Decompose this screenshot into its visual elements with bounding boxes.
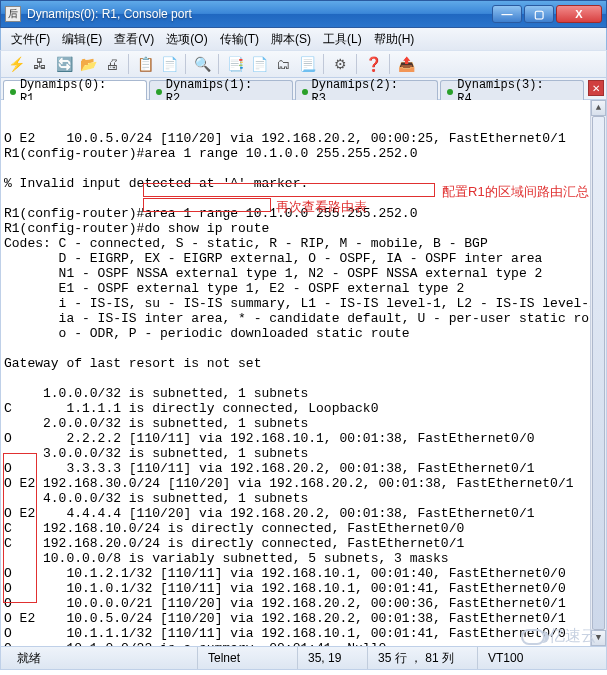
status-protocol: Telnet [197,647,297,669]
menu-tools[interactable]: 工具(L) [317,29,368,50]
terminal-output[interactable]: O E2 10.0.5.0/24 [110/20] via 192.168.20… [0,100,607,646]
toolbar-separator [185,54,186,74]
scroll-thumb[interactable] [592,116,605,630]
terminal-line: O E2 192.168.30.0/24 [110/20] via 192.16… [4,476,603,491]
tab-dynamips-0[interactable]: Dynamips(0): R1,… [3,80,147,100]
tab-close-button[interactable]: ✕ [588,80,604,96]
session-tab-bar: Dynamips(0): R1,… Dynamips(1): R2,… Dyna… [0,78,607,100]
terminal-line: ia - IS-IS inter area, * - candidate def… [4,311,603,326]
status-bar: 就绪 Telnet 35, 19 35 行 ， 81 列 VT100 [0,646,607,670]
xmodem-icon[interactable]: 📤 [395,53,417,75]
terminal-line: C 1.1.1.1 is directly connected, Loopbac… [4,401,603,416]
menu-view[interactable]: 查看(V) [108,29,160,50]
status-cursor: 35, 19 [297,647,367,669]
menu-bar: 文件(F) 编辑(E) 查看(V) 选项(O) 传输(T) 脚本(S) 工具(L… [0,28,607,50]
terminal-line: E1 - OSPF external type 1, E2 - OSPF ext… [4,281,603,296]
terminal-line: C 192.168.20.0/24 is directly connected,… [4,536,603,551]
global-options-icon[interactable]: 📄 [248,53,270,75]
vertical-scrollbar[interactable]: ▲ ▼ [590,100,606,646]
terminal-line: O E2 10.0.5.0/24 [110/20] via 192.168.20… [4,611,603,626]
help-icon[interactable]: ❓ [362,53,384,75]
log-icon[interactable]: 📃 [296,53,318,75]
terminal-line: O 10.1.1.1/32 [110/11] via 192.168.10.1,… [4,626,603,641]
maximize-button[interactable]: ▢ [524,5,554,23]
terminal-line: R1(config-router)#do show ip route [4,221,603,236]
status-dot-icon [10,89,16,95]
terminal-line: Codes: C - connected, S - static, R - RI… [4,236,603,251]
toolbar-separator [218,54,219,74]
scroll-up-button[interactable]: ▲ [591,100,606,116]
tab-dynamips-1[interactable]: Dynamips(1): R2,… [149,80,293,100]
status-term: VT100 [477,647,533,669]
terminal-line: o - ODR, P - periodic downloaded static … [4,326,603,341]
print-icon[interactable]: 🖨 [101,53,123,75]
disconnect-icon[interactable]: 📂 [77,53,99,75]
terminal-line: O 10.1.0.0/22 is a summary, 00:01:41, Nu… [4,641,603,646]
toolbar-separator [128,54,129,74]
menu-edit[interactable]: 编辑(E) [56,29,108,50]
quick-connect-icon[interactable]: ⚡ [5,53,27,75]
terminal-line [4,341,603,356]
status-ready: 就绪 [7,647,197,669]
paste-icon[interactable]: 📄 [158,53,180,75]
font-icon[interactable]: 🗂 [272,53,294,75]
terminal-line: O 10.1.2.1/32 [110/11] via 192.168.10.1,… [4,566,603,581]
terminal-line [4,161,603,176]
terminal-line: O 10.0.0.0/21 [110/20] via 192.168.20.2,… [4,596,603,611]
terminal-line: O 2.2.2.2 [110/11] via 192.168.10.1, 00:… [4,431,603,446]
session-options-icon[interactable]: 📑 [224,53,246,75]
tab-dynamips-2[interactable]: Dynamips(2): R3,… [295,80,439,100]
window-title: Dynamips(0): R1, Console port [27,7,492,21]
menu-script[interactable]: 脚本(S) [265,29,317,50]
toolbar-separator [389,54,390,74]
terminal-line: 3.0.0.0/32 is subnetted, 1 subnets [4,446,603,461]
tab-dynamips-3[interactable]: Dynamips(3): R4,… [440,80,584,100]
terminal-line: C 192.168.10.0/24 is directly connected,… [4,521,603,536]
minimize-button[interactable]: ― [492,5,522,23]
terminal-line: 4.0.0.0/32 is subnetted, 1 subnets [4,491,603,506]
terminal-line: 10.0.0.0/8 is variably subnetted, 5 subn… [4,551,603,566]
scroll-down-button[interactable]: ▼ [591,630,606,646]
scroll-track[interactable] [591,116,606,630]
terminal-line: O E2 4.4.4.4 [110/20] via 192.168.20.2, … [4,506,603,521]
terminal-line: 2.0.0.0/32 is subnetted, 1 subnets [4,416,603,431]
terminal-line [4,371,603,386]
copy-icon[interactable]: 📋 [134,53,156,75]
status-dot-icon [447,89,453,95]
menu-file[interactable]: 文件(F) [5,29,56,50]
find-icon[interactable]: 🔍 [191,53,213,75]
menu-transfer[interactable]: 传输(T) [214,29,265,50]
terminal-line: Gateway of last resort is not set [4,356,603,371]
annotation-text-1: 配置R1的区域间路由汇总 [442,183,589,201]
reconnect-icon[interactable]: 🔄 [53,53,75,75]
status-dot-icon [156,89,162,95]
terminal-line: i - IS-IS, su - IS-IS summary, L1 - IS-I… [4,296,603,311]
terminal-line: D - EIGRP, EX - EIGRP external, O - OSPF… [4,251,603,266]
status-dot-icon [302,89,308,95]
close-button[interactable]: X [556,5,602,23]
connect-icon[interactable]: 🖧 [29,53,51,75]
terminal-line: N1 - OSPF NSSA external type 1, N2 - OSP… [4,266,603,281]
app-icon: 后 [5,6,21,22]
toolbar: ⚡ 🖧 🔄 📂 🖨 📋 📄 🔍 📑 📄 🗂 📃 ⚙ ❓ 📤 [0,50,607,78]
status-size: 35 行 ， 81 列 [367,647,477,669]
terminal-line: O 3.3.3.3 [110/11] via 192.168.20.2, 00:… [4,461,603,476]
menu-options[interactable]: 选项(O) [160,29,213,50]
terminal-line: O E2 10.0.5.0/24 [110/20] via 192.168.20… [4,131,603,146]
terminal-line: 1.0.0.0/32 is subnetted, 1 subnets [4,386,603,401]
annotation-text-2: 再次查看路由表 [276,198,367,216]
properties-icon[interactable]: ⚙ [329,53,351,75]
toolbar-separator [356,54,357,74]
terminal-line: R1(config-router)#area 1 range 10.1.0.0 … [4,146,603,161]
menu-help[interactable]: 帮助(H) [368,29,421,50]
toolbar-separator [323,54,324,74]
terminal-line: O 10.1.0.1/32 [110/11] via 192.168.10.1,… [4,581,603,596]
window-titlebar: 后 Dynamips(0): R1, Console port ― ▢ X [0,0,607,28]
